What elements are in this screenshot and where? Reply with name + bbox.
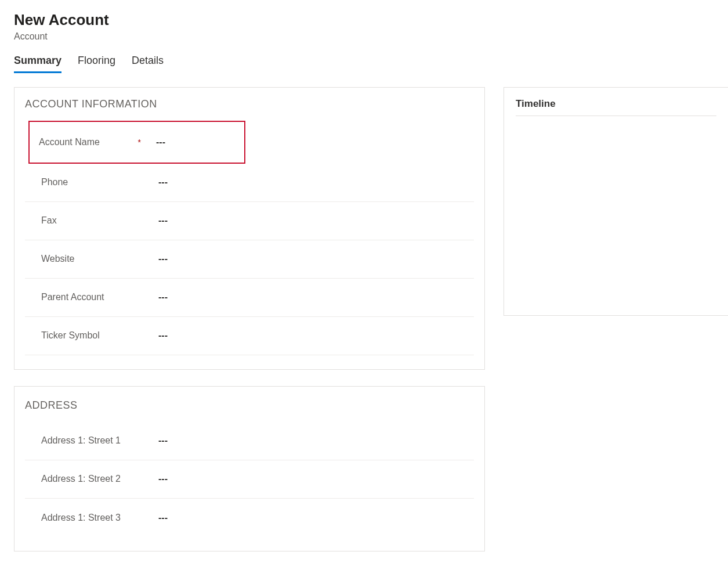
section-title-address: ADDRESS — [25, 399, 474, 412]
field-value[interactable]: --- — [156, 330, 168, 341]
tab-list: Summary Flooring Details — [14, 55, 728, 73]
field-website[interactable]: Website --- — [25, 240, 474, 279]
field-value[interactable]: --- — [156, 435, 168, 446]
field-ticker-symbol[interactable]: Ticker Symbol --- — [25, 317, 474, 355]
field-account-name[interactable]: Account Name * --- — [39, 122, 244, 163]
account-name-highlight: Account Name * --- — [28, 121, 245, 164]
field-value[interactable]: --- — [154, 137, 165, 147]
field-label: Fax — [41, 215, 57, 226]
timeline-title: Timeline — [516, 98, 716, 116]
section-title-account-info: ACCOUNT INFORMATION — [25, 98, 474, 110]
tab-details[interactable]: Details — [132, 55, 164, 73]
field-value[interactable]: --- — [156, 292, 168, 302]
field-label: Website — [41, 254, 75, 264]
field-address1-street3[interactable]: Address 1: Street 3 --- — [25, 499, 474, 537]
timeline-panel: Timeline — [504, 87, 728, 316]
field-value[interactable]: --- — [156, 474, 168, 484]
field-label: Ticker Symbol — [41, 330, 100, 341]
field-fax[interactable]: Fax --- — [25, 202, 474, 240]
required-asterisk-icon: * — [138, 138, 141, 147]
field-phone[interactable]: Phone --- — [25, 164, 474, 202]
field-address1-street1[interactable]: Address 1: Street 1 --- — [25, 422, 474, 460]
page-subtitle: Account — [14, 31, 728, 42]
field-label: Phone — [41, 177, 68, 188]
field-label: Account Name — [39, 137, 100, 147]
field-value[interactable]: --- — [156, 254, 168, 264]
field-value[interactable]: --- — [156, 177, 168, 188]
account-information-section: ACCOUNT INFORMATION Account Name * --- P… — [14, 87, 485, 370]
field-value[interactable]: --- — [156, 513, 168, 523]
field-label: Address 1: Street 1 — [41, 435, 121, 446]
field-address1-street2[interactable]: Address 1: Street 2 --- — [25, 460, 474, 499]
tab-summary[interactable]: Summary — [14, 55, 61, 73]
field-label: Address 1: Street 3 — [41, 513, 121, 523]
tab-flooring[interactable]: Flooring — [78, 55, 115, 73]
field-label: Address 1: Street 2 — [41, 474, 121, 484]
field-value[interactable]: --- — [156, 215, 168, 226]
address-section: ADDRESS Address 1: Street 1 --- Address … — [14, 386, 485, 551]
field-parent-account[interactable]: Parent Account --- — [25, 279, 474, 317]
field-label: Parent Account — [41, 292, 104, 302]
page-title: New Account — [14, 10, 728, 30]
